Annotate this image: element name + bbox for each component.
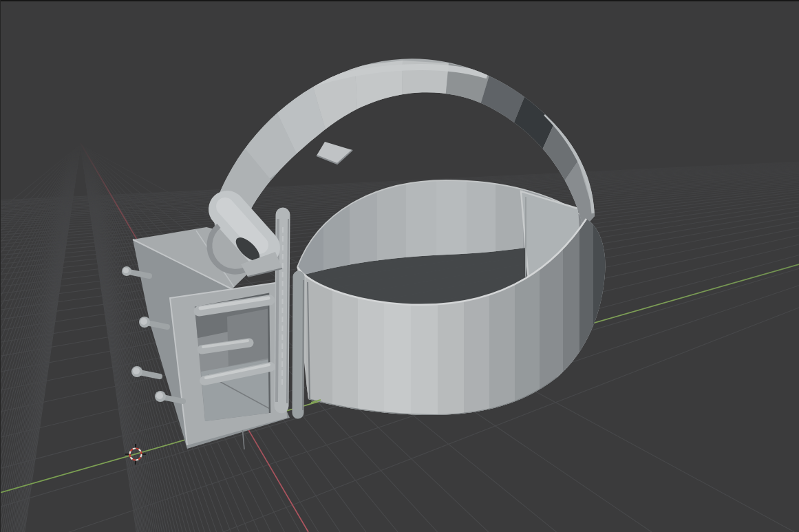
viewport-border-left	[0, 0, 1, 532]
band-end-strip	[298, 277, 303, 413]
3d-viewport[interactable]	[0, 0, 799, 532]
viewport-border-top	[0, 0, 799, 1]
